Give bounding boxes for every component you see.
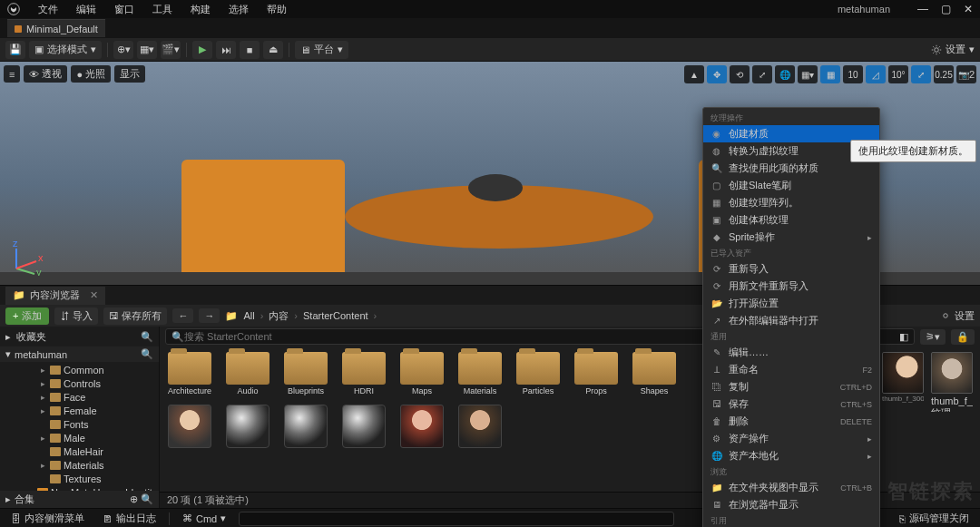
asset-thumb[interactable] (283, 405, 328, 448)
eject-button[interactable]: ⏏ (263, 41, 283, 59)
menu-window[interactable]: 窗口 (105, 1, 143, 18)
breadcrumb-content[interactable]: 内容 (269, 309, 289, 323)
source-control-button[interactable]: ⎘ 源码管理关闭 (894, 510, 975, 527)
cm-show-browser[interactable]: 🖥在浏览器中显示 (703, 496, 879, 513)
asset-thumb[interactable] (167, 405, 212, 448)
favorites-search-icon[interactable]: 🔍 (141, 331, 153, 343)
grid-snap-button[interactable]: ▦ (820, 65, 840, 83)
minimize-button[interactable]: — (917, 3, 928, 15)
tree-item[interactable]: MaleHair (0, 444, 159, 458)
asset-thumb[interactable] (341, 405, 387, 448)
cm-texture-array[interactable]: ▦创建纹理阵列。 (703, 194, 879, 211)
rotate-tool-icon[interactable]: ⟲ (730, 65, 750, 83)
viewport-menu-button[interactable]: ≡ (4, 65, 20, 83)
cm-reimport[interactable]: ⟳重新导入 (703, 260, 879, 278)
scale-value[interactable]: 0.25 (934, 65, 954, 83)
grid-size-button[interactable]: 10 (843, 65, 863, 83)
folder-thumb[interactable]: HDRI (341, 352, 387, 395)
surface-snap-button[interactable]: ▦▾ (798, 65, 818, 83)
select-mode-button[interactable]: ▣ 选择模式 ▾ (29, 41, 102, 59)
lighting-button[interactable]: ● 光照 (71, 65, 111, 83)
content-browser-tab[interactable]: 📁 内容浏览器 ✕ (5, 287, 105, 305)
scale-snap-button[interactable]: ⤢ (911, 65, 931, 83)
content-settings-button[interactable]: 设置 (940, 309, 975, 323)
asset-thumb[interactable] (225, 405, 270, 448)
select-tool-icon[interactable]: ▲ (684, 65, 704, 83)
folder-lock-icon[interactable]: 🔒 (951, 329, 975, 345)
level-tab[interactable]: Minimal_Default (7, 19, 105, 37)
add-content-button[interactable]: ⊕▾ (113, 41, 133, 59)
cm-edit[interactable]: ✎编辑…… (703, 344, 879, 361)
save-icon[interactable]: 💾 (5, 41, 25, 59)
coord-button[interactable]: 🌐 (775, 65, 795, 83)
angle-value[interactable]: 10° (888, 65, 908, 83)
tree-item[interactable]: ▸Common (0, 363, 159, 376)
tree-item[interactable]: ▸Materials (0, 458, 159, 472)
folder-thumb[interactable]: Particles (515, 352, 561, 395)
breadcrumb-starter[interactable]: StarterContent (303, 310, 368, 321)
tree-item[interactable]: Textures (0, 472, 159, 485)
collections-section[interactable]: ▸ 合集⊕ 🔍 (0, 491, 159, 508)
breadcrumb-root[interactable]: All (243, 310, 254, 321)
cm-asset-local[interactable]: 🌐资产本地化▸ (703, 447, 879, 464)
tree-item[interactable]: ▸Male (0, 431, 159, 444)
favorites-label[interactable]: 收藏夹 (16, 330, 46, 344)
sidebar-project-root[interactable]: ▾ metahuman🔍 (0, 346, 159, 362)
folder-thumb[interactable]: Maps (399, 352, 445, 395)
output-log-button[interactable]: 🖹 输出日志 (97, 510, 162, 527)
menu-build[interactable]: 构建 (181, 1, 220, 18)
asset-thumb[interactable]: thumb_f_300_410… (882, 352, 924, 412)
tree-item[interactable]: ▸Face (0, 390, 159, 404)
sequencer-button[interactable]: 🎬▾ (161, 41, 181, 59)
cm-duplicate[interactable]: ⿻复制CTRL+D (703, 378, 879, 395)
move-tool-icon[interactable]: ✥ (707, 65, 727, 83)
folder-thumb[interactable]: Audio (225, 352, 270, 395)
tree-item[interactable]: Fonts (0, 417, 159, 431)
menu-edit[interactable]: 编辑 (67, 1, 105, 18)
search-toggle-icon[interactable]: ◧ (899, 331, 908, 343)
content-drawer-button[interactable]: 🗄 内容侧滑菜单 (5, 510, 90, 527)
cm-open-source[interactable]: 📂打开源位置 (703, 295, 879, 312)
cm-save[interactable]: 🖫保存CTRL+S (703, 395, 879, 413)
asset-thumb[interactable] (399, 405, 445, 448)
cm-asset-ops[interactable]: ⚙资产操作▸ (703, 430, 879, 447)
tree-item[interactable]: ▸Controls (0, 376, 159, 390)
settings-button[interactable]: 设置 ▾ (931, 43, 975, 56)
cmd-input[interactable] (239, 512, 674, 526)
maximize-button[interactable]: ▢ (941, 3, 951, 15)
stop-button[interactable]: ■ (240, 41, 260, 59)
cm-open-external[interactable]: ↗在外部编辑器中打开 (703, 312, 879, 329)
skip-button[interactable]: ⏭ (216, 41, 236, 59)
scale-tool-icon[interactable]: ⤢ (752, 65, 772, 83)
menu-tools[interactable]: 工具 (143, 1, 181, 18)
folder-thumb[interactable]: Blueprints (283, 352, 328, 395)
angle-snap-button[interactable]: ◿ (866, 65, 886, 83)
folder-thumb[interactable]: Props (573, 352, 619, 395)
perspective-button[interactable]: 👁 透视 (24, 65, 67, 83)
breadcrumb-folder-icon[interactable]: 📁 (225, 310, 238, 322)
cmd-label[interactable]: ⌘ Cmd ▾ (177, 511, 231, 526)
marketplace-button[interactable]: ▦▾ (137, 41, 157, 59)
camera-speed-button[interactable]: 📷 2 (956, 65, 976, 83)
show-button[interactable]: 显示 (114, 65, 145, 83)
cm-volume-texture[interactable]: ▣创建体积纹理 (703, 211, 879, 229)
import-button[interactable]: ⮃ 导入 (54, 307, 98, 325)
menu-select[interactable]: 选择 (220, 1, 258, 18)
cm-rename[interactable]: ꓕ重命名F2 (703, 361, 879, 378)
asset-thumb[interactable]: thumb_f_300_410…纹理 (931, 352, 973, 412)
cm-delete[interactable]: 🗑删除DELETE (703, 413, 879, 430)
close-tab-icon[interactable]: ✕ (90, 289, 98, 301)
folder-thumb[interactable]: Shapes (632, 352, 677, 395)
menu-help[interactable]: 帮助 (258, 1, 296, 18)
platform-button[interactable]: 🖥 平台 ▾ (295, 41, 348, 59)
history-forward-button[interactable]: → (199, 308, 220, 323)
add-button[interactable]: + 添加 (5, 307, 49, 325)
menu-file[interactable]: 文件 (29, 1, 67, 18)
history-back-button[interactable]: ← (172, 308, 193, 323)
cm-show-folder[interactable]: 📁在文件夹视图中显示CTRL+B (703, 479, 879, 496)
filter-button[interactable]: ⚞▾ (920, 329, 946, 345)
cm-reimport-new[interactable]: ⟳用新文件重新导入 (703, 278, 879, 295)
play-button[interactable]: ▶ (192, 41, 212, 59)
folder-thumb[interactable]: Materials (457, 352, 503, 395)
favorites-chevron-icon[interactable]: ▸ (5, 331, 11, 343)
